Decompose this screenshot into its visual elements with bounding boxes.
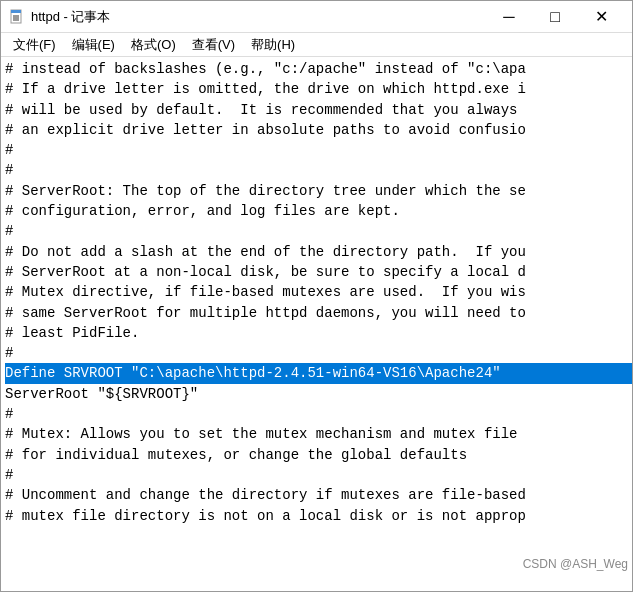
code-line-10: # ServerRoot at a non-local disk, be sur… bbox=[5, 262, 632, 282]
code-line-22: # for individual mutexes, or change the … bbox=[5, 445, 632, 465]
code-line-11: # Mutex directive, if file-based mutexes… bbox=[5, 282, 632, 302]
close-button[interactable]: ✕ bbox=[578, 1, 624, 33]
code-line-8: # bbox=[5, 221, 632, 241]
menu-format[interactable]: 格式(O) bbox=[123, 34, 184, 56]
code-line-23: # bbox=[5, 465, 632, 485]
code-line-2: # will be used by default. It is recomme… bbox=[5, 100, 632, 120]
main-content: # instead of backslashes (e.g., "c:/apac… bbox=[1, 57, 632, 591]
menu-bar: 文件(F) 编辑(E) 格式(O) 查看(V) 帮助(H) bbox=[1, 33, 632, 57]
code-line-4: # bbox=[5, 140, 632, 160]
code-line-24: # Uncomment and change the directory if … bbox=[5, 485, 632, 505]
title-bar: httpd - 记事本 ─ □ ✕ bbox=[1, 1, 632, 33]
code-line-9: # Do not add a slash at the end of the d… bbox=[5, 242, 632, 262]
svg-rect-1 bbox=[11, 10, 21, 13]
menu-help[interactable]: 帮助(H) bbox=[243, 34, 303, 56]
maximize-button[interactable]: □ bbox=[532, 1, 578, 33]
menu-view[interactable]: 查看(V) bbox=[184, 34, 243, 56]
code-line-3: # an explicit drive letter in absolute p… bbox=[5, 120, 632, 140]
code-line-1: # If a drive letter is omitted, the driv… bbox=[5, 79, 632, 99]
code-line-0: # instead of backslashes (e.g., "c:/apac… bbox=[5, 59, 632, 79]
code-line-12: # same ServerRoot for multiple httpd dae… bbox=[5, 303, 632, 323]
window-controls: ─ □ ✕ bbox=[486, 1, 624, 33]
text-scroll-area[interactable]: # instead of backslashes (e.g., "c:/apac… bbox=[1, 57, 632, 591]
code-line-13: # least PidFile. bbox=[5, 323, 632, 343]
code-line-25: # mutex file directory is not on a local… bbox=[5, 506, 632, 526]
code-line-15: Define SRVROOT "C:\apache\httpd-2.4.51-w… bbox=[5, 363, 632, 383]
text-display: # instead of backslashes (e.g., "c:/apac… bbox=[1, 57, 632, 528]
code-line-17: ServerRoot "${SRVROOT}" bbox=[5, 384, 632, 404]
code-line-6: # ServerRoot: The top of the directory t… bbox=[5, 181, 632, 201]
code-line-19: # bbox=[5, 404, 632, 424]
code-line-5: # bbox=[5, 160, 632, 180]
app-icon bbox=[9, 9, 25, 25]
minimize-button[interactable]: ─ bbox=[486, 1, 532, 33]
menu-file[interactable]: 文件(F) bbox=[5, 34, 64, 56]
window-title: httpd - 记事本 bbox=[31, 8, 486, 26]
code-line-21: # Mutex: Allows you to set the mutex mec… bbox=[5, 424, 632, 444]
code-line-14: # bbox=[5, 343, 632, 363]
main-window: httpd - 记事本 ─ □ ✕ 文件(F) 编辑(E) 格式(O) 查看(V… bbox=[0, 0, 633, 592]
code-line-7: # configuration, error, and log files ar… bbox=[5, 201, 632, 221]
menu-edit[interactable]: 编辑(E) bbox=[64, 34, 123, 56]
